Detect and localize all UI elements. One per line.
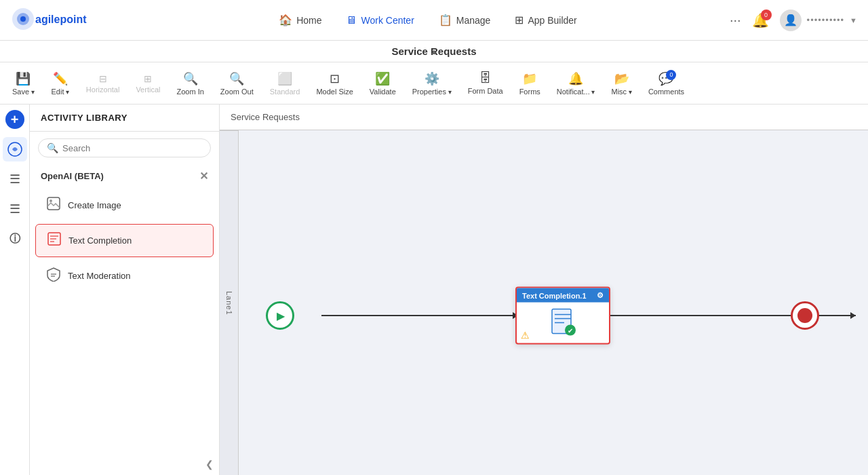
- collapse-arrow-icon[interactable]: ▲: [430, 41, 438, 62]
- model-size-button[interactable]: ⊡ Model Size: [309, 67, 359, 100]
- text-completion-label: Text Completion: [68, 235, 132, 246]
- clipboard-icon: 📋: [439, 14, 452, 26]
- svg-point-6: [50, 200, 52, 202]
- library-panel: ACTIVITY LIBRARY 🔍 OpenAI (BETA) ✕ Creat…: [30, 104, 220, 475]
- nav-manage-label: Manage: [456, 15, 491, 26]
- arrow-left: [321, 315, 513, 316]
- model-size-label: Model Size: [316, 88, 353, 96]
- nav-app-builder-label: App Builder: [528, 15, 576, 26]
- comments-button[interactable]: 💬 0 Comments: [642, 67, 691, 100]
- top-nav: agilepoint 🏠 Home 🖥 Work Center 📋 Manage…: [0, 0, 868, 41]
- misc-label: Misc ▾: [612, 88, 632, 96]
- svg-point-2: [20, 16, 26, 22]
- end-node-inner: [797, 308, 812, 323]
- section-header: OpenAI (BETA) ✕: [30, 164, 219, 188]
- save-button[interactable]: 💾 Save ▾: [5, 67, 41, 100]
- properties-label: Properties ▾: [412, 88, 452, 96]
- properties-icon: ⚙️: [425, 71, 439, 86]
- home-icon: 🏠: [279, 14, 292, 26]
- nav-app-builder[interactable]: ⊞ App Builder: [505, 8, 586, 32]
- notifications-toolbar-button[interactable]: 🔔 Notificat... ▾: [550, 67, 602, 100]
- notifications-button[interactable]: 🔔 0: [752, 12, 769, 28]
- more-button[interactable]: ···: [730, 12, 741, 28]
- misc-button[interactable]: 📂 Misc ▾: [605, 67, 639, 100]
- form-data-button[interactable]: 🗄 Form Data: [461, 67, 510, 99]
- forms-button[interactable]: 📁 Forms: [513, 67, 547, 100]
- canvas-title: Service Requests: [231, 112, 300, 122]
- search-icon: 🔍: [47, 142, 58, 153]
- vertical-label: Vertical: [136, 86, 160, 94]
- canvas-area[interactable]: Service Requests Lane1 Text Completion.1…: [220, 104, 868, 475]
- validate-icon: ✅: [375, 71, 390, 86]
- forms-icon: 📁: [522, 71, 537, 86]
- save-label: Save ▾: [12, 88, 35, 96]
- standard-label: Standard: [270, 88, 300, 96]
- comments-label: Comments: [648, 88, 684, 96]
- horizontal-label: Horizontal: [86, 86, 120, 94]
- search-box[interactable]: 🔍: [38, 138, 211, 157]
- horizontal-button[interactable]: ⊟ Horizontal: [79, 69, 127, 98]
- avatar: 👤: [780, 10, 802, 31]
- edit-button[interactable]: ✏️ Edit ▾: [44, 67, 77, 100]
- zoom-out-button[interactable]: 🔍 Zoom Out: [214, 67, 260, 100]
- nav-manage[interactable]: 📋 Manage: [429, 8, 500, 32]
- section-close-button[interactable]: ✕: [199, 170, 208, 183]
- user-name: ••••••••••: [807, 15, 845, 25]
- properties-button[interactable]: ⚙️ Properties ▾: [406, 67, 458, 100]
- lane-label: Lane1: [220, 130, 239, 475]
- warning-icon: ⚠: [521, 330, 530, 341]
- text-completion-icon: [47, 231, 62, 250]
- model-size-icon: ⊡: [330, 71, 340, 86]
- main-area: + ☰ ☰ ⓘ ACTIVITY LIBRARY 🔍 OpenAI (BETA)…: [0, 104, 868, 475]
- nav-home-label: Home: [296, 15, 321, 26]
- notifications-badge: 0: [761, 10, 772, 20]
- activity-node[interactable]: Text Completion.1 ⚙ ✔ ⚠: [515, 287, 610, 345]
- side-icons: + ☰ ☰ ⓘ: [0, 104, 30, 475]
- library-item-text-completion[interactable]: Text Completion: [35, 224, 214, 257]
- nav-work-center-label: Work Center: [361, 15, 414, 26]
- start-node[interactable]: [266, 301, 294, 330]
- edit-icon: ✏️: [53, 71, 68, 86]
- text-moderation-label: Text Moderation: [68, 271, 131, 281]
- create-image-icon: [46, 196, 61, 214]
- collapse-panel-button[interactable]: ❮: [30, 453, 219, 475]
- vertical-button[interactable]: ⊞ Vertical: [129, 69, 167, 98]
- end-node[interactable]: [791, 301, 819, 330]
- nav-right: ··· 🔔 0 👤 •••••••••• ▼: [730, 10, 857, 31]
- standard-button[interactable]: ⬜ Standard: [263, 67, 307, 100]
- logo: agilepoint: [11, 7, 99, 34]
- openai-icon-button[interactable]: [3, 137, 27, 162]
- user-area[interactable]: 👤 •••••••••• ▼: [780, 10, 857, 31]
- badge-icon-button[interactable]: ⓘ: [3, 227, 27, 251]
- misc-icon: 📂: [614, 71, 629, 86]
- user-icon: 👤: [784, 14, 797, 26]
- add-button[interactable]: +: [5, 110, 24, 129]
- nav-work-center[interactable]: 🖥 Work Center: [336, 9, 423, 32]
- list2-icon-button[interactable]: ☰: [3, 197, 27, 221]
- svg-text:✔: ✔: [568, 327, 573, 335]
- collapse-left-icon: ❮: [205, 459, 214, 470]
- monitor-icon: 🖥: [346, 14, 357, 26]
- arrow-head-right: [850, 312, 856, 319]
- activity-header: Text Completion.1 ⚙: [517, 288, 609, 303]
- library-item-create-image[interactable]: Create Image: [35, 189, 214, 221]
- save-icon: 💾: [16, 71, 31, 86]
- zoom-in-button[interactable]: 🔍 Zoom In: [170, 67, 210, 100]
- form-data-icon: 🗄: [479, 71, 492, 86]
- zoom-out-label: Zoom Out: [220, 88, 254, 96]
- search-input[interactable]: [62, 143, 202, 153]
- validate-label: Validate: [370, 88, 396, 96]
- horizontal-icon: ⊟: [99, 73, 107, 84]
- nav-home[interactable]: 🏠 Home: [269, 8, 331, 32]
- canvas-top-label: Service Requests: [220, 104, 868, 130]
- settings-icon[interactable]: ⚙: [597, 291, 604, 300]
- library-item-text-moderation[interactable]: Text Moderation: [35, 260, 214, 292]
- list1-icon-button[interactable]: ☰: [3, 167, 27, 191]
- svg-rect-5: [47, 197, 60, 210]
- form-data-label: Form Data: [468, 87, 503, 95]
- zoom-in-icon: 🔍: [183, 71, 198, 86]
- validate-button[interactable]: ✅ Validate: [363, 67, 403, 100]
- zoom-in-label: Zoom In: [176, 88, 203, 96]
- forms-label: Forms: [519, 88, 540, 96]
- notification-icon: 🔔: [568, 71, 583, 86]
